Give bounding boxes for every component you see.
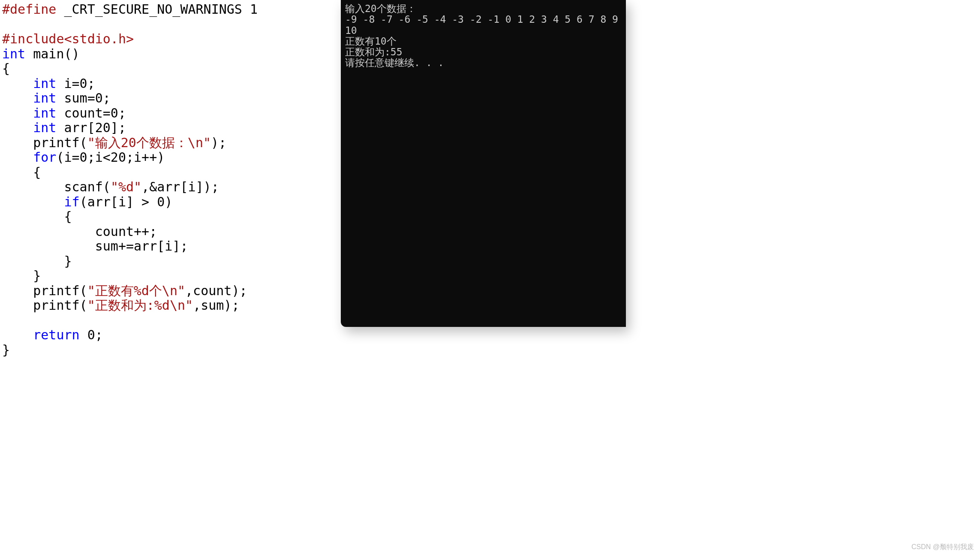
- terminal-line-input: -9 -8 -7 -6 -5 -4 -3 -2 -1 0 1 2 3 4 5 6…: [345, 14, 624, 36]
- printf-call: printf(: [2, 298, 87, 313]
- brace-close: }: [2, 342, 10, 357]
- main-decl: main(): [25, 46, 79, 61]
- printf-end: );: [211, 135, 226, 150]
- var-i: i=0;: [56, 76, 95, 91]
- keyword-int: int: [2, 76, 56, 91]
- define-value: _CRT_SECURE_NO_WARNINGS 1: [56, 2, 258, 17]
- printf-call: printf(: [2, 135, 87, 150]
- var-sum: sum=0;: [56, 91, 110, 106]
- terminal-line-continue: 请按任意键继续. . .: [345, 57, 444, 68]
- return-val: 0;: [80, 327, 103, 342]
- keyword-if: if: [2, 194, 80, 209]
- keyword-int: int: [2, 46, 25, 61]
- scanf-args: ,&arr[i]);: [141, 179, 219, 194]
- brace-open: {: [2, 61, 10, 76]
- string-literal-prompt: "输入20个数据：\n": [87, 135, 211, 150]
- keyword-int: int: [2, 91, 56, 106]
- printf-end: ,sum);: [193, 298, 239, 313]
- keyword-int: int: [2, 120, 56, 135]
- brace-close: }: [2, 254, 72, 269]
- watermark-text: CSDN @颓特别我废: [911, 543, 974, 552]
- printf-end: ,count);: [185, 283, 247, 298]
- include-header: <stdio.h>: [64, 31, 134, 46]
- for-cond: (i=0;i<20;i++): [56, 150, 165, 165]
- printf-call: printf(: [2, 283, 87, 298]
- keyword-for: for: [2, 150, 56, 165]
- terminal-output[interactable]: 输入20个数据： -9 -8 -7 -6 -5 -4 -3 -2 -1 0 1 …: [341, 0, 626, 327]
- brace-open: {: [2, 165, 41, 180]
- scanf-call: scanf(: [2, 179, 111, 194]
- string-literal-fmt: "%d": [111, 179, 141, 194]
- terminal-line-prompt: 输入20个数据：: [345, 3, 416, 14]
- brace-close: }: [2, 268, 41, 283]
- string-literal-sum: "正数和为:%d\n": [87, 298, 193, 313]
- terminal-line-sum: 正数和为:55: [345, 46, 403, 57]
- keyword-return: return: [2, 327, 80, 342]
- preprocessor-define: #define: [2, 2, 56, 17]
- terminal-line-count: 正数有10个: [345, 36, 397, 47]
- code-editor[interactable]: #define _CRT_SECURE_NO_WARNINGS 1 #inclu…: [0, 0, 339, 556]
- string-literal-count: "正数有%d个\n": [87, 283, 185, 298]
- stmt-count: count++;: [2, 224, 157, 239]
- var-arr: arr[20];: [56, 120, 126, 135]
- brace-open: {: [2, 209, 72, 224]
- keyword-int: int: [2, 106, 56, 121]
- var-count: count=0;: [56, 106, 126, 121]
- if-cond: (arr[i] > 0): [80, 194, 173, 209]
- stmt-sum: sum+=arr[i];: [2, 239, 188, 254]
- preprocessor-include: #include: [2, 31, 64, 46]
